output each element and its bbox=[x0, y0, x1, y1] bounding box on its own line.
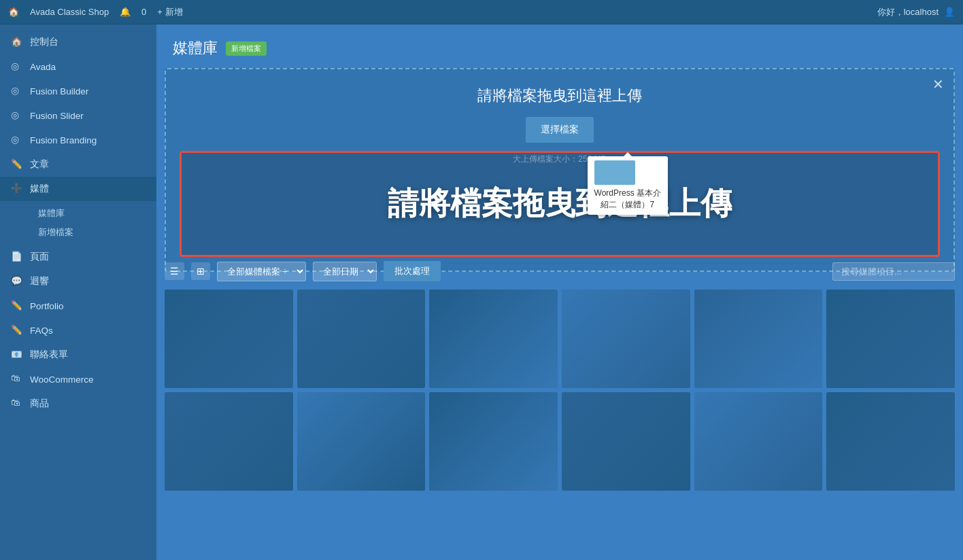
media-grid bbox=[165, 290, 955, 491]
layout: 🏠 控制台 ◎ Avada ◎ Fusion Builder ◎ Fusion … bbox=[0, 24, 963, 560]
page-header: 媒體庫 新增檔案 bbox=[156, 24, 963, 69]
filter-bar: ☰ ⊞ 全部媒體檔案 ÷ 全部日期 批次處理 bbox=[165, 256, 955, 287]
media-thumb-12[interactable] bbox=[826, 392, 955, 491]
tooltip-subtitle: 紹二（媒體）7 bbox=[594, 199, 661, 211]
sidebar-sub-new-file[interactable]: 新增檔案 bbox=[30, 223, 156, 242]
tooltip-thumbnail bbox=[594, 160, 635, 185]
upload-drop-zone[interactable]: ✕ 請將檔案拖曳到這裡上傳 選擇檔案 大上傳檔案大小：256 MB 請將檔案拖曳… bbox=[165, 68, 955, 272]
portfolio-icon: ✏️ bbox=[11, 300, 23, 312]
sidebar-item-faqs[interactable]: ✏️ FAQs bbox=[0, 318, 156, 343]
media-tooltip: WordPress 基本介 紹二（媒體）7 bbox=[588, 156, 668, 215]
sidebar: 🏠 控制台 ◎ Avada ◎ Fusion Builder ◎ Fusion … bbox=[0, 24, 156, 560]
contact-icon: 📧 bbox=[11, 349, 23, 361]
sidebar-label-products: 商品 bbox=[30, 398, 49, 410]
sidebar-label-faqs: FAQs bbox=[30, 326, 53, 336]
media-thumb-8[interactable] bbox=[297, 392, 426, 491]
sidebar-label-fusion-slider: Fusion Slider bbox=[30, 111, 84, 121]
top-bar-right: 你好，localhost 👤 bbox=[877, 6, 955, 18]
sidebar-label-contact: 聯絡表單 bbox=[30, 349, 68, 361]
faqs-icon: ✏️ bbox=[11, 324, 23, 336]
media-thumb-4[interactable] bbox=[562, 290, 690, 388]
woo-icon: 🛍 bbox=[11, 373, 23, 385]
user-avatar-icon: 👤 bbox=[944, 7, 955, 17]
sidebar-item-woocommerce[interactable]: 🛍 WooCommerce bbox=[0, 367, 156, 391]
sidebar-label-comments: 迴響 bbox=[30, 275, 49, 287]
pages-icon: 📄 bbox=[11, 251, 23, 263]
site-name[interactable]: Avada Classic Shop bbox=[30, 7, 109, 17]
drag-text: 請將檔案拖曳到這裡上傳 bbox=[388, 183, 732, 225]
sidebar-item-dashboard[interactable]: 🏠 控制台 bbox=[0, 30, 156, 54]
comments-icon: 💬 bbox=[11, 275, 23, 287]
sidebar-item-media[interactable]: ➕ 媒體 bbox=[0, 177, 156, 201]
media-thumb-9[interactable] bbox=[429, 392, 558, 491]
fusion-branding-icon: ◎ bbox=[11, 134, 23, 146]
search-media-input[interactable] bbox=[832, 262, 955, 281]
sidebar-sub-media: 媒體庫 新增檔案 bbox=[0, 201, 156, 245]
sidebar-item-products[interactable]: 🛍 商品 bbox=[0, 391, 156, 416]
top-bar: 🏠 Avada Classic Shop 🔔 0 + 新增 你好，localho… bbox=[0, 0, 963, 24]
page-title: 媒體庫 bbox=[173, 38, 218, 58]
top-bar-left: 🏠 Avada Classic Shop 🔔 0 + 新增 bbox=[8, 6, 183, 18]
list-view-button[interactable]: ☰ bbox=[165, 262, 184, 280]
media-thumb-6[interactable] bbox=[826, 290, 955, 388]
products-icon: 🛍 bbox=[11, 398, 23, 410]
sidebar-sub-library[interactable]: 媒體庫 bbox=[30, 204, 156, 223]
media-thumb-11[interactable] bbox=[694, 392, 823, 491]
drag-highlight-overlay: 請將檔案拖曳到這裡上傳 bbox=[180, 151, 940, 257]
sidebar-item-pages[interactable]: 📄 頁面 bbox=[0, 245, 156, 269]
sidebar-item-comments[interactable]: 💬 迴響 bbox=[0, 269, 156, 294]
media-thumb-10[interactable] bbox=[562, 392, 690, 491]
sidebar-label-fusion-builder: Fusion Builder bbox=[30, 86, 88, 97]
batch-process-button[interactable]: 批次處理 bbox=[384, 261, 441, 281]
sidebar-item-fusion-branding[interactable]: ◎ Fusion Branding bbox=[0, 128, 156, 152]
home-icon: 🏠 bbox=[11, 36, 23, 48]
fusion-slider-icon: ◎ bbox=[11, 109, 23, 122]
sidebar-label-avada: Avada bbox=[30, 62, 56, 72]
media-icon: ➕ bbox=[11, 183, 23, 195]
close-button[interactable]: ✕ bbox=[932, 76, 944, 92]
sidebar-label-portfolio: Portfolio bbox=[30, 301, 64, 311]
sidebar-label-dashboard: 控制台 bbox=[30, 36, 58, 48]
new-badge[interactable]: 新增檔案 bbox=[226, 41, 267, 56]
new-post-btn[interactable]: + 新增 bbox=[157, 6, 182, 18]
edit-icon: ✏️ bbox=[11, 158, 23, 171]
media-thumb-7[interactable] bbox=[165, 392, 293, 491]
sidebar-item-fusion-builder[interactable]: ◎ Fusion Builder bbox=[0, 79, 156, 103]
sidebar-item-avada[interactable]: ◎ Avada bbox=[0, 54, 156, 79]
notification-count: 0 bbox=[141, 7, 146, 17]
tooltip-title: WordPress 基本介 bbox=[594, 188, 661, 199]
sidebar-label-posts: 文章 bbox=[30, 158, 49, 171]
sidebar-label-media: 媒體 bbox=[30, 183, 49, 195]
media-thumb-3[interactable] bbox=[429, 290, 558, 388]
upload-title: 請將檔案拖曳到這裡上傳 bbox=[477, 86, 642, 106]
media-thumb-5[interactable] bbox=[694, 290, 823, 388]
sidebar-label-pages: 頁面 bbox=[30, 251, 49, 263]
notification-icon[interactable]: 🔔 bbox=[120, 7, 131, 17]
sidebar-item-contact[interactable]: 📧 聯絡表單 bbox=[0, 343, 156, 367]
home-icon[interactable]: 🏠 bbox=[8, 7, 19, 17]
main-content: 媒體庫 新增檔案 ✕ 請將檔案拖曳到這裡上傳 選擇檔案 大上傳檔案大小：256 … bbox=[156, 24, 963, 560]
avada-icon: ◎ bbox=[11, 60, 23, 73]
sidebar-item-portfolio[interactable]: ✏️ Portfolio bbox=[0, 294, 156, 318]
date-filter-select[interactable]: 全部日期 bbox=[313, 262, 377, 281]
sidebar-item-posts[interactable]: ✏️ 文章 bbox=[0, 152, 156, 177]
select-file-button[interactable]: 選擇檔案 bbox=[526, 117, 594, 143]
media-type-select[interactable]: 全部媒體檔案 ÷ bbox=[217, 262, 306, 281]
user-label[interactable]: 你好，localhost bbox=[877, 6, 939, 18]
sidebar-label-fusion-branding: Fusion Branding bbox=[30, 135, 97, 145]
media-thumb-1[interactable] bbox=[165, 290, 293, 388]
fusion-builder-icon: ◎ bbox=[11, 85, 23, 97]
grid-view-button[interactable]: ⊞ bbox=[191, 262, 210, 280]
sidebar-item-fusion-slider[interactable]: ◎ Fusion Slider bbox=[0, 103, 156, 128]
media-thumb-2[interactable] bbox=[297, 290, 426, 388]
sidebar-label-woocommerce: WooCommerce bbox=[30, 374, 94, 385]
